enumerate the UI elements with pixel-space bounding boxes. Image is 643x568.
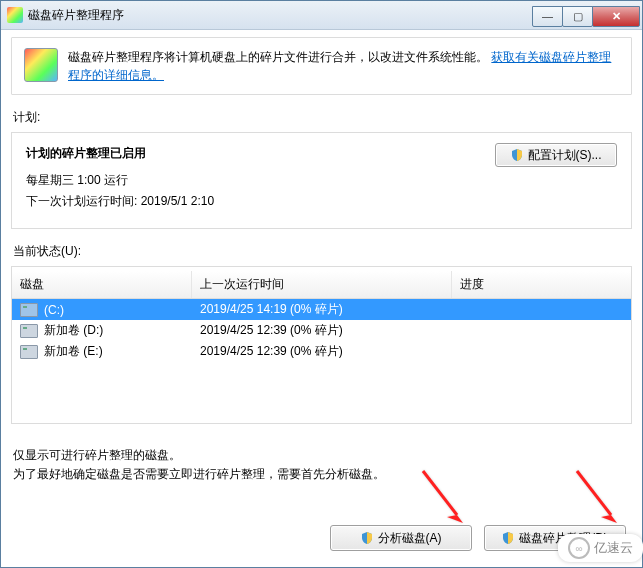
info-text: 磁盘碎片整理程序将计算机硬盘上的碎片文件进行合并，以改进文件系统性能。 获取有关… xyxy=(68,48,619,84)
disk-name: 新加卷 (D:) xyxy=(44,322,103,339)
last-run: 2019/4/25 12:39 (0% 碎片) xyxy=(200,322,343,339)
info-banner: 磁盘碎片整理程序将计算机硬盘上的碎片文件进行合并，以改进文件系统性能。 获取有关… xyxy=(11,37,632,95)
watermark-icon: ∞ xyxy=(568,537,590,559)
disk-list[interactable]: (C:)2019/4/25 14:19 (0% 碎片)新加卷 (D:)2019/… xyxy=(12,299,631,419)
app-icon xyxy=(7,7,23,23)
client-area: 磁盘碎片整理程序将计算机硬盘上的碎片文件进行合并，以改进文件系统性能。 获取有关… xyxy=(1,29,642,567)
hint-line-2: 为了最好地确定磁盘是否需要立即进行碎片整理，需要首先分析磁盘。 xyxy=(13,465,630,484)
schedule-label: 计划: xyxy=(13,109,630,126)
analyze-button-label: 分析磁盘(A) xyxy=(378,530,442,547)
shield-icon xyxy=(502,532,514,544)
drive-icon xyxy=(20,303,38,317)
header-last-run[interactable]: 上一次运行时间 xyxy=(192,271,452,298)
close-button[interactable]: ✕ xyxy=(592,6,640,27)
defrag-icon xyxy=(24,48,58,82)
drive-icon xyxy=(20,324,38,338)
svg-marker-1 xyxy=(447,515,463,523)
table-row[interactable]: (C:)2019/4/25 14:19 (0% 碎片) xyxy=(12,299,631,320)
shield-icon xyxy=(361,532,373,544)
configure-schedule-button[interactable]: 配置计划(S)... xyxy=(495,143,617,167)
watermark: ∞ 亿速云 xyxy=(558,534,643,562)
header-progress[interactable]: 进度 xyxy=(452,271,631,298)
window: 磁盘碎片整理程序 — ▢ ✕ 磁盘碎片整理程序将计算机硬盘上的碎片文件进行合并，… xyxy=(0,0,643,568)
hints: 仅显示可进行碎片整理的磁盘。 为了最好地确定磁盘是否需要立即进行碎片整理，需要首… xyxy=(13,446,630,484)
maximize-button[interactable]: ▢ xyxy=(562,6,593,27)
schedule-frequency: 每星期三 1:00 运行 xyxy=(26,172,617,189)
drive-icon xyxy=(20,345,38,359)
titlebar: 磁盘碎片整理程序 — ▢ ✕ xyxy=(1,1,642,30)
status-label: 当前状态(U): xyxy=(13,243,630,260)
disk-name: (C:) xyxy=(44,303,64,317)
svg-marker-3 xyxy=(601,515,617,523)
configure-schedule-label: 配置计划(S)... xyxy=(528,147,602,164)
hint-line-1: 仅显示可进行碎片整理的磁盘。 xyxy=(13,446,630,465)
window-title: 磁盘碎片整理程序 xyxy=(28,7,533,24)
status-panel: 磁盘 上一次运行时间 进度 (C:)2019/4/25 14:19 (0% 碎片… xyxy=(11,266,632,424)
info-description: 磁盘碎片整理程序将计算机硬盘上的碎片文件进行合并，以改进文件系统性能。 xyxy=(68,50,488,64)
minimize-button[interactable]: — xyxy=(532,6,563,27)
last-run: 2019/4/25 14:19 (0% 碎片) xyxy=(200,301,343,318)
table-row[interactable]: 新加卷 (E:)2019/4/25 12:39 (0% 碎片) xyxy=(12,341,631,362)
watermark-text: 亿速云 xyxy=(594,539,633,557)
window-controls: — ▢ ✕ xyxy=(533,6,640,25)
header-disk[interactable]: 磁盘 xyxy=(12,271,192,298)
table-row[interactable]: 新加卷 (D:)2019/4/25 12:39 (0% 碎片) xyxy=(12,320,631,341)
last-run: 2019/4/25 12:39 (0% 碎片) xyxy=(200,343,343,360)
shield-icon xyxy=(511,149,523,161)
list-header: 磁盘 上一次运行时间 进度 xyxy=(12,271,631,299)
analyze-button[interactable]: 分析磁盘(A) xyxy=(330,525,472,551)
schedule-next-run: 下一次计划运行时间: 2019/5/1 2:10 xyxy=(26,193,617,210)
schedule-panel: 计划的碎片整理已启用 每星期三 1:00 运行 下一次计划运行时间: 2019/… xyxy=(11,132,632,229)
disk-name: 新加卷 (E:) xyxy=(44,343,103,360)
